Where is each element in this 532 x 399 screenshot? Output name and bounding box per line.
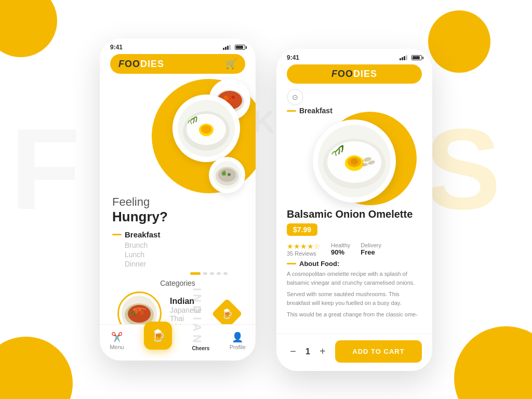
svg-point-10 <box>201 125 211 134</box>
delivery-value: Free <box>361 248 381 256</box>
menu-item-brunch[interactable]: Brunch <box>125 241 243 249</box>
phone-right: 9:41 FOODIES ⊙ <box>276 49 432 371</box>
dot-4 <box>217 272 221 275</box>
add-to-cart-button[interactable]: ADD TO CART <box>335 340 422 363</box>
healthy-value: 90% <box>331 248 350 256</box>
delivery-label: Delivery <box>361 242 381 248</box>
cart-icon-left[interactable]: 🛒 <box>225 58 237 70</box>
signal-bar-r2 <box>402 57 403 60</box>
signal-bar-2 <box>225 47 227 50</box>
yellow-dash-menu <box>112 234 122 235</box>
menu-section: Breakfast Brunch Lunch Dinner <box>112 230 243 268</box>
logo-text-left: FOODIES <box>118 59 164 69</box>
svg-point-27 <box>351 158 358 165</box>
signal-bar-1 <box>223 48 224 50</box>
battery-icon <box>235 45 245 50</box>
svg-point-5 <box>232 96 235 99</box>
about-title: About Food: <box>299 260 339 268</box>
food-item-main <box>172 95 240 162</box>
about-desc-1: A cosmopolitan omelette recipe with a sp… <box>287 270 422 287</box>
cart-actions: − 1 + ADD TO CART <box>276 334 432 371</box>
nav-menu[interactable]: ✂️ Menu <box>110 331 124 350</box>
yellow-dash-about <box>287 263 296 264</box>
svg-point-15 <box>228 173 231 176</box>
time-left: 9:41 <box>110 44 123 51</box>
yellow-dash-category <box>287 110 296 112</box>
logo-oo: OO <box>125 59 140 69</box>
logo-f-right: F <box>331 69 338 79</box>
logo-left: FOODIES <box>118 59 164 70</box>
battery-fill-right <box>413 56 420 59</box>
menu-item-dinner[interactable]: Dinner <box>125 260 243 268</box>
food-title: Balsamic Onion Omelette <box>287 208 422 220</box>
time-right: 9:41 <box>287 54 299 61</box>
menu-item-lunch[interactable]: Lunch <box>125 250 243 259</box>
dot-2 <box>203 272 207 275</box>
battery-fill <box>236 46 243 49</box>
signal-bar-r3 <box>404 56 405 60</box>
menu-icon: ✂️ <box>111 331 123 343</box>
logo-f: F <box>118 59 125 69</box>
meta-row: ★★★★☆ 35 Reviews Healthy 90% Delivery Fr… <box>287 242 422 257</box>
delivery-meta: Delivery Free <box>361 242 381 256</box>
bottom-nav-left: ✂️ Menu 🍺 Cheers 👤 Profile <box>100 324 256 361</box>
quantity-control: − 1 + <box>287 345 329 358</box>
battery-icon-right <box>411 55 422 60</box>
logo-oo-right: OO <box>338 69 353 79</box>
left-text-content: Feeling Hungry? Breakfast Brunch Lunch D… <box>100 195 256 336</box>
nav-profile[interactable]: 👤 Profile <box>230 331 246 350</box>
signal-bar-r4 <box>406 55 407 60</box>
quantity-display: 1 <box>305 347 310 356</box>
category-text: Breakfast <box>299 107 332 115</box>
status-icons-right <box>400 55 422 60</box>
nav-cheers-btn[interactable]: 🍺 <box>144 322 172 350</box>
star-rating: ★★★★☆ <box>287 242 321 250</box>
nav-menu-label: Menu <box>110 344 124 350</box>
food-item-small-bottom <box>209 157 245 193</box>
svg-point-21 <box>138 308 141 311</box>
food-showcase <box>100 74 256 198</box>
quantity-increase-btn[interactable]: + <box>316 345 329 358</box>
quantity-decrease-btn[interactable]: − <box>287 345 299 358</box>
status-bar-left: 9:41 <box>100 38 256 54</box>
nav-profile-label: Profile <box>230 344 246 350</box>
about-desc-3: This would be a great change from the cl… <box>287 310 422 319</box>
svg-point-13 <box>218 168 236 182</box>
food-detail-image <box>313 119 396 203</box>
status-bar-right: 9:41 <box>276 49 432 64</box>
signal-icon-right <box>400 55 407 60</box>
food-detail-area <box>287 117 422 205</box>
reviews-text: 35 Reviews <box>287 250 321 257</box>
indian-vertical-text: INDIAN <box>190 288 204 346</box>
dot-5 <box>223 272 228 275</box>
about-desc-2: Served with some sautéed mushrooms. This… <box>287 290 422 307</box>
dot-active <box>190 272 201 275</box>
logo-text-right: FOODIES <box>331 69 377 79</box>
categories-label: Categories <box>112 279 243 287</box>
healthy-meta: Healthy 90% <box>331 242 350 256</box>
profile-icon: 👤 <box>232 331 243 343</box>
compass-icon[interactable]: ⊙ <box>287 89 303 105</box>
right-header: FOODIES <box>287 64 422 84</box>
nav-cheers-label: Cheers <box>192 345 209 351</box>
logo-dies-right: DIES <box>353 69 377 79</box>
svg-point-20 <box>140 311 144 315</box>
signal-bar-4 <box>229 45 231 50</box>
price-badge: $7.99 <box>287 223 317 236</box>
right-content: ⊙ Breakfast <box>276 89 432 319</box>
phone-left: 9:41 FOODIES 🛒 <box>100 38 256 361</box>
svg-point-4 <box>229 99 233 103</box>
left-header: FOODIES 🛒 <box>110 54 245 74</box>
signal-bar-r1 <box>400 58 401 60</box>
ratings-section: ★★★★☆ 35 Reviews <box>287 242 321 257</box>
back-icon-row: ⊙ <box>287 89 422 105</box>
phones-container: 9:41 FOODIES 🛒 <box>0 0 532 399</box>
about-title-row: About Food: <box>287 260 422 268</box>
status-icons-left <box>223 45 245 50</box>
signal-icon <box>223 45 231 50</box>
category-label-row: Breakfast <box>287 107 422 115</box>
menu-breakfast-label: Breakfast <box>125 230 160 239</box>
signal-bar-3 <box>227 46 229 50</box>
about-section: About Food: A cosmopolitan omelette reci… <box>287 260 422 319</box>
menu-item-breakfast[interactable]: Breakfast <box>112 230 243 239</box>
